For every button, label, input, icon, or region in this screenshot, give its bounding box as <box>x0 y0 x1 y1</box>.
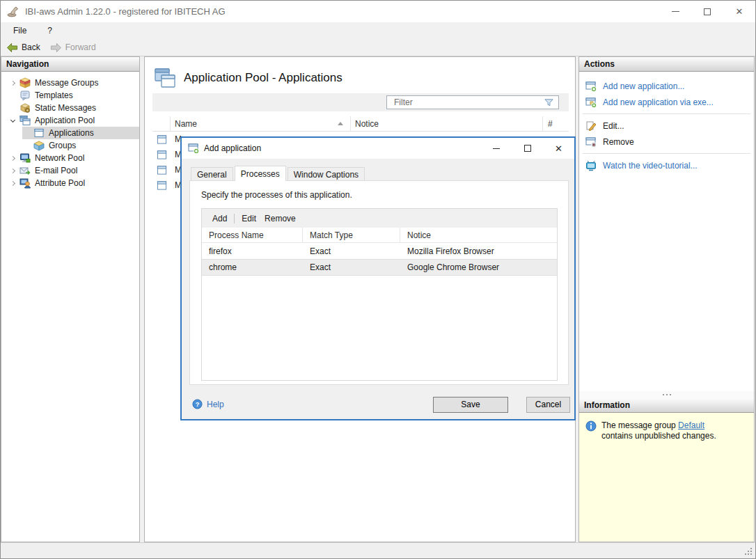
close-button[interactable]: ✕ <box>723 1 755 22</box>
application-window-icon <box>157 180 167 191</box>
video-tutorial-icon <box>585 160 597 171</box>
page-title: Application Pool - Applications <box>184 71 342 85</box>
action-label: Add new application... <box>603 81 684 91</box>
sidebar-item-label: Message Groups <box>35 78 98 88</box>
filter-box <box>386 95 559 109</box>
icon-column-header[interactable] <box>152 116 171 131</box>
sidebar-item-applications[interactable]: Applications <box>1 127 139 139</box>
sort-ascending-icon <box>338 122 343 125</box>
dialog-title: Add application <box>204 143 261 153</box>
help-link[interactable]: ? Help <box>192 399 224 409</box>
toolbar-separator <box>234 214 235 223</box>
collapse-chevron[interactable] <box>8 120 17 122</box>
action-label: Add new application via exe... <box>603 97 714 107</box>
action-label: Watch the video-tutorial... <box>603 161 698 171</box>
menu-toolbar-band: File ? Back Forward <box>1 22 755 56</box>
forward-label: Forward <box>65 42 96 52</box>
watch-video-tutorial-action[interactable]: Watch the video-tutorial... <box>579 157 754 173</box>
sidebar-item-templates[interactable]: Templates <box>1 89 139 102</box>
sidebar-item-groups[interactable]: Groups <box>1 139 139 152</box>
process-row-firefox[interactable]: firefox Exact Mozilla Firefox Browser <box>202 243 557 259</box>
menu-help[interactable]: ? <box>46 24 54 37</box>
minimize-icon <box>493 148 500 149</box>
window-title: IBI-aws Admin 1.22.0 - registered for IB… <box>25 6 226 17</box>
sidebar-item-email-pool[interactable]: E-mail Pool <box>1 164 139 177</box>
sidebar-item-label: Network Pool <box>35 153 84 163</box>
menubar: File ? <box>1 22 755 39</box>
remove-action[interactable]: Remove <box>579 134 754 150</box>
resize-grip[interactable] <box>745 548 753 556</box>
navigation-toolbar: Back Forward <box>1 39 755 56</box>
minimize-icon <box>672 11 679 12</box>
filter-funnel-icon[interactable] <box>544 97 554 108</box>
templates-icon <box>19 90 31 101</box>
edit-action[interactable]: Edit... <box>579 118 754 134</box>
dialog-maximize-button[interactable] <box>512 138 543 159</box>
add-new-application-via-exe-action[interactable]: Add new application via exe... <box>579 94 754 110</box>
sidebar-item-label: Attribute Pool <box>35 178 85 188</box>
minimize-button[interactable] <box>659 1 691 22</box>
sidebar-item-static-messages[interactable]: Static Messages <box>1 102 139 114</box>
remove-process-button[interactable]: Remove <box>260 212 300 226</box>
process-name-cell: firefox <box>202 246 303 256</box>
sidebar-item-label: E-mail Pool <box>35 166 77 175</box>
notice-column-header[interactable]: Notice <box>351 116 543 131</box>
sidebar-item-message-groups[interactable]: Message Groups <box>1 77 139 89</box>
attribute-pool-icon <box>19 178 31 189</box>
information-message: The message group Default contains unpub… <box>601 420 732 542</box>
dialog-minimize-button[interactable] <box>480 138 512 159</box>
expand-chevron[interactable] <box>8 81 17 85</box>
expand-chevron[interactable] <box>8 168 17 173</box>
add-process-button[interactable]: Add <box>208 212 231 226</box>
application-window-icon <box>157 165 167 175</box>
process-row-chrome[interactable]: chrome Exact Google Chrome Browser <box>202 259 557 276</box>
maximize-button[interactable] <box>691 1 723 22</box>
add-new-application-action[interactable]: Add new application... <box>579 78 754 94</box>
message-groups-icon <box>19 77 31 88</box>
forward-icon <box>50 42 62 53</box>
name-column-label: Name <box>175 119 197 129</box>
add-application-dialog: Add application ✕ General Processes Wind… <box>180 136 576 420</box>
filter-bar <box>152 93 569 111</box>
titlebar: IBI-aws Admin 1.22.0 - registered for IB… <box>1 1 755 22</box>
expand-chevron[interactable] <box>8 181 17 185</box>
notice-cell: Google Chrome Browser <box>400 262 557 272</box>
forward-button[interactable]: Forward <box>50 42 96 53</box>
filter-input[interactable] <box>387 97 544 107</box>
maximize-icon <box>704 8 711 15</box>
back-button[interactable]: Back <box>6 42 40 53</box>
action-label: Remove <box>603 137 634 147</box>
sidebar-item-network-pool[interactable]: Network Pool <box>1 152 139 164</box>
tab-window-captions[interactable]: Window Captions <box>288 167 365 180</box>
application-window-icon <box>157 134 167 145</box>
tab-general[interactable]: General <box>191 167 233 180</box>
sidebar-item-application-pool[interactable]: Application Pool <box>1 114 139 127</box>
processes-tab-page: Specify the processes of this applicatio… <box>189 180 569 385</box>
svg-text:?: ? <box>196 401 200 408</box>
info-text-after: contains unpublished changes. <box>601 431 716 441</box>
name-column-header[interactable]: Name <box>171 116 351 131</box>
count-column-label: # <box>548 119 553 129</box>
count-column-header[interactable]: # <box>543 116 569 131</box>
cancel-button[interactable]: Cancel <box>526 397 570 413</box>
notice-column-header[interactable]: Notice <box>400 228 557 242</box>
sidebar-item-label: Groups <box>49 141 76 150</box>
default-message-group-link[interactable]: Default <box>678 420 704 430</box>
menu-file[interactable]: File <box>12 24 28 37</box>
sidebar-item-attribute-pool[interactable]: Attribute Pool <box>1 177 139 189</box>
process-name-column-header[interactable]: Process Name <box>202 228 303 242</box>
dialog-close-button[interactable]: ✕ <box>543 138 574 159</box>
actions-separator <box>583 113 750 114</box>
edit-process-button[interactable]: Edit <box>237 212 260 226</box>
navigation-panel: Navigation Message Groups <box>1 56 140 542</box>
panel-splitter-handle[interactable] <box>579 391 754 398</box>
tab-processes[interactable]: Processes <box>235 166 286 181</box>
save-button[interactable]: Save <box>433 397 508 413</box>
match-type-column-header[interactable]: Match Type <box>303 228 400 242</box>
expand-chevron[interactable] <box>8 156 17 160</box>
applications-icon <box>33 127 45 139</box>
close-icon: ✕ <box>736 7 743 16</box>
back-icon <box>6 42 18 53</box>
processes-table-header: Process Name Match Type Notice <box>202 228 557 243</box>
close-icon: ✕ <box>555 144 562 153</box>
